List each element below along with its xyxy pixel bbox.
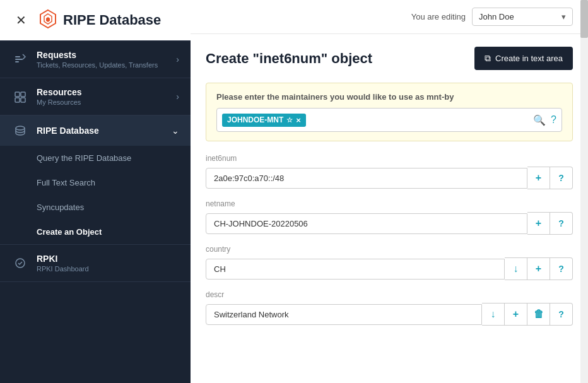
sidebar-item-create-object[interactable]: Create an Object xyxy=(0,220,191,244)
main-content: You are editing John Doe ▾ Create "inet6… xyxy=(191,0,588,383)
svg-rect-7 xyxy=(21,92,25,97)
close-button[interactable]: ✕ xyxy=(11,11,30,30)
user-selector[interactable]: John Doe ▾ xyxy=(472,8,573,26)
descr-label: descr xyxy=(206,290,573,299)
svg-marker-2 xyxy=(46,17,50,22)
descr-delete-button[interactable]: 🗑 xyxy=(527,303,550,326)
inet6num-add-button[interactable]: + xyxy=(527,167,550,189)
descr-input[interactable] xyxy=(206,304,482,325)
sidebar-nav: Requests Tickets, Resources, Updates, Tr… xyxy=(0,41,191,383)
nav-section-resources: Resources My Resources › xyxy=(0,78,191,115)
sidebar-item-resources[interactable]: Resources My Resources › xyxy=(0,78,191,115)
rpki-subtitle: RPKI Dashboard xyxy=(37,265,179,273)
scrollbar-thumb[interactable] xyxy=(580,0,588,38)
field-country: country ↓ + ? xyxy=(206,245,573,280)
maintainer-box: Please enter the maintainers you would l… xyxy=(206,83,573,141)
svg-rect-4 xyxy=(15,59,23,60)
maintainer-tag-name: JOHNDOE-MNT xyxy=(227,115,283,124)
create-in-text-area-button[interactable]: ⧉ Create in text area xyxy=(474,47,573,70)
maintainer-instruction: Please enter the maintainers you would l… xyxy=(216,92,562,102)
nav-section-requests: Requests Tickets, Resources, Updates, Tr… xyxy=(0,41,191,78)
svg-rect-3 xyxy=(15,56,20,57)
ripe-database-title: RIPE Database xyxy=(37,126,172,136)
editing-label: You are editing xyxy=(411,12,466,21)
user-name: John Doe xyxy=(479,12,514,21)
inet6num-input[interactable] xyxy=(206,168,527,189)
field-netname: netname + ? xyxy=(206,199,573,235)
sidebar-item-requests[interactable]: Requests Tickets, Resources, Updates, Tr… xyxy=(0,41,191,78)
nav-section-ripe-database: RIPE Database ⌄ Query the RIPE Database … xyxy=(0,115,191,245)
field-inet6num: inet6num + ? xyxy=(206,154,573,189)
ripe-database-sub-items: Query the RIPE Database Full Text Search… xyxy=(0,146,191,244)
sidebar-item-rpki[interactable]: RPKI RPKI Dashboard xyxy=(0,245,191,282)
sidebar-item-query-ripe-database[interactable]: Query the RIPE Database xyxy=(0,146,191,170)
header-bar: You are editing John Doe ▾ xyxy=(191,0,588,34)
resources-icon xyxy=(11,90,29,103)
ripe-logo-icon xyxy=(38,9,58,32)
scrollbar-track xyxy=(580,0,588,383)
svg-rect-5 xyxy=(15,61,19,62)
ripe-database-content: RIPE Database xyxy=(37,126,172,136)
content-area: Create "inet6num" object ⧉ Create in tex… xyxy=(191,34,588,383)
sidebar-header: ✕ RIPE Database xyxy=(0,0,191,41)
netname-input[interactable] xyxy=(206,213,527,234)
rpki-content: RPKI RPKI Dashboard xyxy=(37,254,179,273)
requests-subtitle: Tickets, Resources, Updates, Transfers xyxy=(37,61,176,69)
edit-icon: ⧉ xyxy=(485,53,491,64)
requests-icon xyxy=(11,53,29,66)
maintainer-tag: JOHNDOE-MNT ☆ × xyxy=(222,114,306,127)
inet6num-help-button[interactable]: ? xyxy=(550,167,573,189)
country-add-button[interactable]: + xyxy=(527,257,550,280)
descr-row: ↓ + 🗑 ? xyxy=(206,303,573,326)
inet6num-label: inet6num xyxy=(206,154,573,163)
field-descr: descr ↓ + 🗑 ? xyxy=(206,290,573,326)
ripe-database-chevron-icon: ⌄ xyxy=(172,126,179,136)
maintainer-input-row[interactable]: JOHNDOE-MNT ☆ × 🔍 ? xyxy=(216,108,562,132)
country-help-button[interactable]: ? xyxy=(550,257,573,280)
rpki-icon xyxy=(11,257,29,269)
logo-text: RIPE Database xyxy=(63,12,161,28)
country-input[interactable] xyxy=(206,259,505,280)
user-select-chevron-icon: ▾ xyxy=(562,12,566,21)
requests-title: Requests xyxy=(37,50,176,60)
descr-add-button[interactable]: + xyxy=(505,303,527,326)
resources-content: Resources My Resources xyxy=(37,87,176,106)
descr-down-button[interactable]: ↓ xyxy=(482,303,505,326)
netname-row: + ? xyxy=(206,212,573,235)
sidebar: ✕ RIPE Database xyxy=(0,0,191,383)
svg-rect-9 xyxy=(21,98,25,102)
rpki-title: RPKI xyxy=(37,254,179,264)
sidebar-item-full-text-search[interactable]: Full Text Search xyxy=(0,170,191,195)
resources-chevron-icon: › xyxy=(176,91,179,102)
country-down-button[interactable]: ↓ xyxy=(505,257,527,280)
page-header: Create "inet6num" object ⧉ Create in tex… xyxy=(206,47,573,70)
sidebar-item-syncupdates[interactable]: Syncupdates xyxy=(0,195,191,220)
country-row: ↓ + ? xyxy=(206,257,573,280)
requests-content: Requests Tickets, Resources, Updates, Tr… xyxy=(37,50,176,69)
svg-rect-6 xyxy=(15,92,20,97)
resources-title: Resources xyxy=(37,87,176,97)
svg-rect-8 xyxy=(15,98,20,102)
database-icon xyxy=(11,124,29,137)
netname-label: netname xyxy=(206,199,573,208)
country-label: country xyxy=(206,245,573,254)
netname-add-button[interactable]: + xyxy=(527,212,550,235)
maintainer-help-icon[interactable]: ? xyxy=(551,114,556,126)
page-title: Create "inet6num" object xyxy=(206,50,372,67)
descr-help-button[interactable]: ? xyxy=(550,303,573,326)
resources-subtitle: My Resources xyxy=(37,98,176,106)
inet6num-row: + ? xyxy=(206,167,573,189)
maintainer-star-icon[interactable]: ☆ xyxy=(286,116,293,124)
maintainer-search-icon[interactable]: 🔍 xyxy=(533,114,546,126)
requests-chevron-icon: › xyxy=(176,54,179,64)
create-text-btn-label: Create in text area xyxy=(495,54,563,63)
svg-point-10 xyxy=(16,126,25,130)
maintainer-close-icon[interactable]: × xyxy=(296,115,301,125)
sidebar-item-ripe-database[interactable]: RIPE Database ⌄ xyxy=(0,115,191,146)
netname-help-button[interactable]: ? xyxy=(550,212,573,235)
